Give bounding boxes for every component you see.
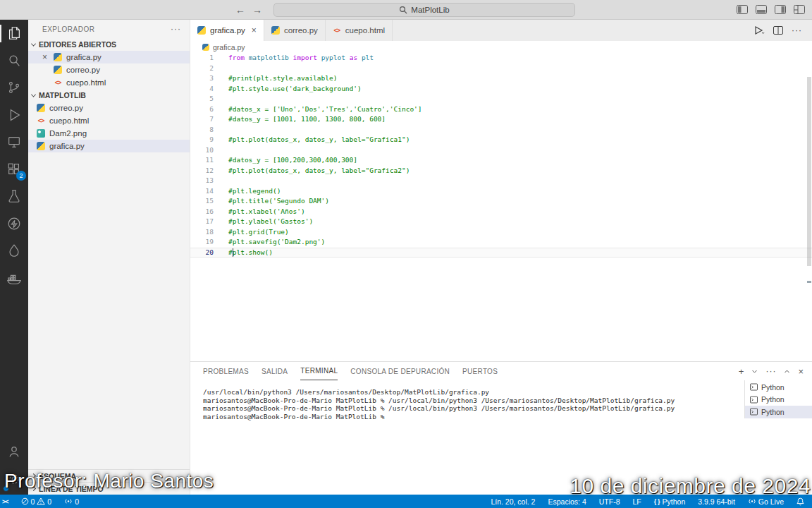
editor-group: grafica.py × correo.py <> cuepo.html ···… [190, 20, 812, 361]
activitybar-database[interactable] [0, 237, 28, 265]
panel-more-button[interactable]: ··· [765, 366, 776, 376]
explorer-more-actions-icon[interactable]: ··· [171, 24, 181, 34]
panel-tab-debug-console[interactable]: CONSOLA DE DEPURACIÓN [350, 362, 450, 380]
code-line[interactable]: 9#plt.plot(datos_x, datos_y, label="Graf… [190, 135, 812, 145]
watermark-professor: Profesor: Mario Santos [4, 470, 214, 492]
code-line[interactable]: 18#plt.grid(True) [190, 227, 812, 238]
code-line[interactable]: 19#plt.savefig('Dam2.png') [190, 237, 812, 248]
split-editor-button[interactable] [773, 26, 783, 35]
window-title: MatPlotLib [411, 6, 449, 14]
file-correo-py[interactable]: correo.py [28, 102, 190, 114]
open-editor-grafica[interactable]: × grafica.py [28, 51, 190, 64]
code-line[interactable]: 17#plt.ylabel('Gastos') [190, 217, 812, 227]
activitybar-explorer[interactable] [0, 20, 28, 47]
search-icon [399, 6, 407, 14]
panel-tab-ports[interactable]: PUERTOS [462, 362, 498, 380]
close-editor-icon[interactable]: × [42, 54, 49, 61]
code-line[interactable]: 12#plt.plot(datos_x, datos_y, label="Gra… [190, 166, 812, 176]
open-editors-header[interactable]: EDITORES ABIERTOS [28, 38, 190, 51]
terminal-icon [750, 396, 758, 404]
code-line[interactable]: 8 [190, 125, 812, 135]
panel-tab-output[interactable]: SALIDA [262, 362, 288, 380]
toggle-panel-icon[interactable] [756, 5, 767, 14]
file-cuepo-html[interactable]: <> cuepo.html [28, 114, 190, 127]
toggle-primary-sidebar-icon[interactable] [737, 5, 748, 14]
terminal-session-selected[interactable]: Python [745, 406, 812, 418]
code-line[interactable]: 4#plt.style.use('dark_background') [190, 84, 812, 95]
tab-cuepo-html[interactable]: <> cuepo.html [326, 20, 393, 41]
activitybar-remote-explorer[interactable] [0, 128, 28, 156]
droplet-icon [6, 243, 22, 258]
activitybar-account[interactable] [0, 438, 28, 466]
tab-grafica-py[interactable]: grafica.py × [190, 20, 264, 41]
bell-icon [796, 497, 804, 506]
code-line[interactable]: 1from matplotlib import pyplot as plt [190, 53, 812, 64]
code-line[interactable]: 20#plt.show() [190, 248, 812, 258]
line-col-indicator[interactable]: Lín. 20, col. 2 [488, 495, 537, 508]
close-panel-icon[interactable]: × [798, 366, 804, 377]
panel-tab-terminal[interactable]: TERMINAL [300, 362, 338, 380]
folder-header-matplotlib[interactable]: MATPLOTLIB [28, 89, 190, 102]
activitybar-extensions[interactable]: 2 [0, 156, 28, 183]
code-line[interactable]: 11#datos_y = [100,200,300,400,300] [190, 155, 812, 166]
file-dam2-png[interactable]: Dam2.png [28, 127, 190, 140]
editor-scrollbar[interactable] [807, 77, 811, 266]
forward-icon[interactable]: → [252, 4, 262, 16]
activitybar-source-control[interactable] [0, 74, 28, 102]
account-icon [6, 444, 22, 459]
code-line[interactable]: 6#datos_x = ['Uno','Dos','Tres','Cuatro'… [190, 104, 812, 115]
panel-tab-problems[interactable]: PROBLEMAS [203, 362, 249, 380]
code-line[interactable]: 3#print(plt.style.available) [190, 73, 812, 84]
terminal-dropdown-icon[interactable] [751, 368, 758, 375]
terminal-icon [750, 408, 758, 416]
tab-close-icon[interactable]: × [252, 25, 257, 35]
error-icon [21, 497, 29, 505]
code-line[interactable]: 14#plt.legend() [190, 186, 812, 197]
run-python-file-button[interactable] [753, 25, 765, 35]
tab-correo-py[interactable]: correo.py [264, 20, 326, 41]
open-editor-correo[interactable]: correo.py [28, 64, 190, 76]
file-grafica-py[interactable]: grafica.py [28, 140, 190, 152]
activity-bar: 2 [0, 20, 28, 495]
open-editor-cuepo[interactable]: <> cuepo.html [28, 76, 190, 89]
code-line[interactable]: 16#plt.xlabel('Años') [190, 207, 812, 217]
activitybar-run-debug[interactable] [0, 102, 28, 129]
python-file-icon [197, 26, 206, 35]
code-line[interactable]: 7#datos_y = [1001, 1100, 1300, 800, 600] [190, 114, 812, 125]
code-line[interactable]: 13 [190, 176, 812, 186]
customize-layout-icon[interactable] [794, 5, 805, 14]
terminal-line: mariosantos@MacBook-Pro-de-Mario MatPlot… [203, 413, 744, 421]
terminal-session[interactable]: Python [745, 394, 812, 406]
explorer-sidebar: EXPLORADOR ··· EDITORES ABIERTOS × grafi… [28, 20, 190, 495]
editor-more-button[interactable]: ··· [792, 25, 802, 35]
docker-icon [6, 270, 22, 286]
remote-explorer-icon [6, 134, 22, 150]
code-editor[interactable]: 1from matplotlib import pyplot as plt23#… [190, 53, 812, 361]
image-file-icon [37, 129, 45, 138]
activitybar-search[interactable] [0, 47, 28, 75]
command-center[interactable]: MatPlotLib [273, 3, 575, 17]
breadcrumb[interactable]: grafica.py [190, 41, 812, 53]
ports-indicator[interactable]: 0 [62, 495, 81, 508]
code-line[interactable]: 2 [190, 64, 812, 74]
activitybar-docker[interactable] [0, 265, 28, 292]
broadcast-icon [64, 497, 73, 505]
braces-icon: { } [654, 498, 660, 505]
watermark-date: 10 de diciembre de 2024 [570, 474, 811, 498]
remote-indicator[interactable]: >< [0, 495, 11, 508]
maximize-panel-icon[interactable] [784, 368, 790, 375]
files-icon [6, 25, 22, 41]
code-line[interactable]: 10 [190, 145, 812, 156]
new-terminal-button[interactable]: + [739, 366, 744, 377]
activitybar-thunder-client[interactable] [0, 210, 28, 238]
toggle-secondary-sidebar-icon[interactable] [775, 5, 786, 14]
code-line[interactable]: 5 [190, 94, 812, 104]
back-icon[interactable]: ← [235, 4, 245, 16]
problems-indicator[interactable]: 0 0 [19, 495, 54, 508]
terminal-session[interactable]: Python [745, 381, 812, 394]
html-file-icon: <> [54, 78, 62, 87]
python-file-icon [271, 26, 280, 35]
code-line[interactable]: 15#plt.title('Segundo DAM') [190, 196, 812, 207]
code-lines: 1from matplotlib import pyplot as plt23#… [190, 53, 812, 258]
activitybar-testing[interactable] [0, 183, 28, 210]
